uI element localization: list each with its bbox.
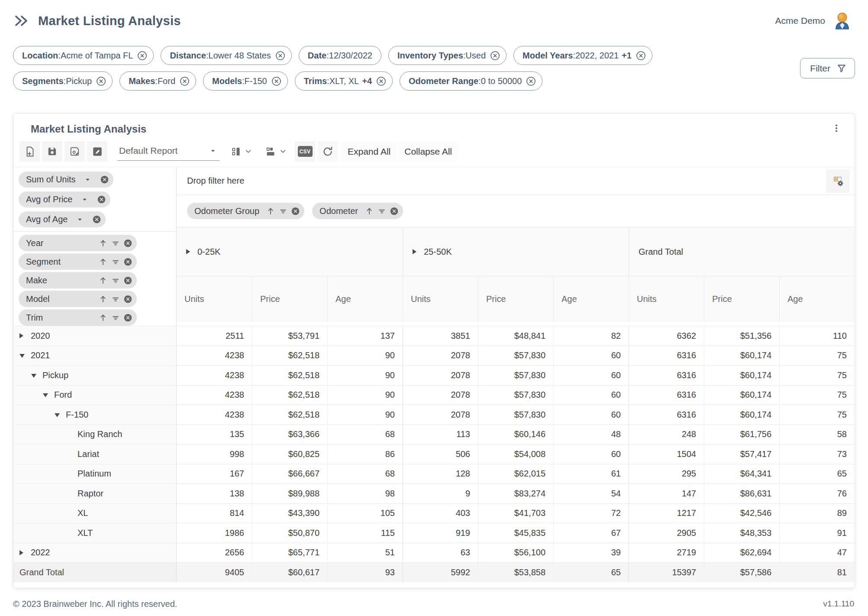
sort-ascending-icon[interactable]: [365, 206, 374, 216]
data-cell: $56,100: [478, 543, 553, 563]
expand-arrow-icon[interactable]: [186, 249, 190, 254]
filter-chip-segments[interactable]: SegmentsPickup: [13, 71, 113, 91]
collapse-arrow-icon[interactable]: [43, 393, 48, 397]
remove-filter-icon[interactable]: [376, 76, 386, 86]
value-column-header: Price: [704, 276, 779, 322]
row-field-chip-year[interactable]: Year: [19, 235, 137, 251]
collapse-arrow-icon[interactable]: [31, 374, 36, 378]
collapse-arrow-icon[interactable]: [55, 413, 60, 417]
sort-ascending-icon[interactable]: [98, 294, 108, 304]
refresh-button[interactable]: [317, 141, 338, 162]
sort-ascending-icon[interactable]: [98, 238, 108, 248]
filter-icon[interactable]: [278, 206, 288, 216]
row-field-chip-trim[interactable]: Trim: [19, 309, 137, 326]
top-header: Market Listing Analysis Acme Demo: [0, 0, 868, 33]
filter-chip-odometer-range[interactable]: Odometer Range0 to 50000: [400, 71, 542, 91]
measure-chip-label: Sum of Units: [26, 175, 75, 185]
filter-chip-date[interactable]: Date12/30/2022: [299, 46, 381, 65]
grid-settings-button[interactable]: [826, 169, 849, 193]
measure-chip[interactable]: Sum of Units: [19, 172, 113, 188]
column-field-chip-odometer[interactable]: Odometer: [312, 203, 403, 219]
row-label-cell[interactable]: F-150: [13, 405, 177, 425]
csv-export-button[interactable]: CSV: [295, 141, 315, 162]
remove-filter-icon[interactable]: [490, 51, 500, 61]
filter-icon[interactable]: [111, 313, 120, 322]
data-cell: 86: [327, 444, 403, 464]
filter-button[interactable]: Filter: [800, 58, 855, 78]
expand-arrow-icon[interactable]: [19, 550, 23, 555]
filter-chip-location[interactable]: LocationAcme of Tampa FL: [13, 46, 154, 65]
filter-icon[interactable]: [111, 257, 120, 266]
dropdown-caret-icon[interactable]: [80, 195, 89, 204]
filter-icon[interactable]: [111, 294, 120, 304]
expand-all-button[interactable]: Expand All: [342, 142, 397, 161]
row-label-cell[interactable]: 2021: [13, 346, 177, 366]
data-cell: $60,174: [704, 346, 779, 366]
row-field-chip-segment[interactable]: Segment: [19, 253, 137, 270]
remove-measure-icon[interactable]: [100, 175, 109, 184]
row-label-cell[interactable]: 2020: [13, 326, 177, 346]
remove-filter-icon[interactable]: [526, 76, 536, 86]
collapse-arrow-icon[interactable]: [19, 354, 25, 358]
dropdown-caret-icon[interactable]: [83, 175, 92, 184]
sidebar-expand-icon[interactable]: [13, 14, 29, 27]
remove-measure-icon[interactable]: [92, 215, 101, 224]
sort-ascending-icon[interactable]: [266, 206, 275, 216]
remove-field-icon[interactable]: [291, 207, 300, 216]
column-group-header[interactable]: 25-50K: [403, 227, 629, 276]
report-card: Market Listing Analysis: [13, 113, 855, 588]
remove-field-icon[interactable]: [390, 207, 399, 216]
filter-icon[interactable]: [377, 206, 387, 216]
remove-field-icon[interactable]: [123, 239, 132, 248]
new-report-button[interactable]: [19, 141, 40, 162]
expand-arrow-icon[interactable]: [19, 333, 23, 338]
row-label-cell[interactable]: Ford: [13, 386, 177, 405]
remove-filter-icon[interactable]: [271, 76, 281, 86]
remove-field-icon[interactable]: [123, 257, 132, 266]
kebab-menu-icon[interactable]: [829, 121, 844, 137]
remove-filter-icon[interactable]: [137, 51, 147, 61]
remove-measure-icon[interactable]: [97, 195, 106, 204]
filter-chip-model-years[interactable]: Model Years2022, 2021+1: [513, 46, 652, 65]
remove-filter-icon[interactable]: [636, 51, 646, 61]
measure-chip[interactable]: Avg of Age: [19, 211, 106, 227]
measure-chip[interactable]: Avg of Price: [19, 191, 110, 207]
row-field-chip-model[interactable]: Model: [19, 291, 137, 307]
save-report-button[interactable]: [42, 141, 62, 162]
remove-filter-icon[interactable]: [96, 76, 106, 86]
save-as-report-button[interactable]: [65, 141, 85, 162]
filter-funnel-icon: [836, 63, 847, 74]
row-field-chip-make[interactable]: Make: [19, 272, 137, 289]
data-cell: 98: [327, 484, 403, 503]
dropdown-caret-icon[interactable]: [75, 215, 84, 224]
edit-report-button[interactable]: [87, 141, 107, 162]
sort-ascending-icon[interactable]: [98, 313, 108, 322]
expand-arrow-icon[interactable]: [413, 249, 416, 254]
chart-type-selector[interactable]: [226, 141, 257, 162]
report-selector[interactable]: Default Report: [117, 142, 219, 161]
filter-chip-models[interactable]: ModelsF-150: [203, 71, 288, 91]
collapse-all-button[interactable]: Collapse All: [398, 142, 458, 161]
row-label-cell[interactable]: Pickup: [13, 366, 177, 385]
remove-field-icon[interactable]: [123, 276, 132, 285]
account[interactable]: Acme Demo: [775, 11, 852, 31]
column-group-header[interactable]: 0-25K: [177, 227, 403, 276]
chart-layout-selector[interactable]: [260, 141, 291, 162]
filter-chip-inventory-types[interactable]: Inventory TypesUsed: [388, 46, 507, 65]
row-label-cell[interactable]: 2022: [13, 543, 177, 563]
column-field-chip-odometer-group[interactable]: Odometer Group: [187, 203, 304, 219]
row-label: Pickup: [42, 370, 68, 380]
remove-field-icon[interactable]: [123, 295, 132, 304]
filter-chip-distance[interactable]: DistanceLower 48 States: [161, 46, 291, 65]
remove-field-icon[interactable]: [123, 313, 132, 322]
sort-ascending-icon[interactable]: [98, 276, 108, 285]
user-avatar-icon[interactable]: [832, 11, 852, 31]
filter-chip-makes[interactable]: MakesFord: [119, 71, 196, 91]
remove-filter-icon[interactable]: [275, 51, 285, 61]
data-cell: 814: [177, 504, 252, 523]
remove-filter-icon[interactable]: [180, 76, 190, 86]
sort-ascending-icon[interactable]: [98, 257, 108, 266]
filter-icon[interactable]: [111, 276, 120, 285]
filter-chip-trims[interactable]: TrimsXLT, XL+4: [295, 71, 393, 91]
filter-icon[interactable]: [111, 238, 120, 248]
